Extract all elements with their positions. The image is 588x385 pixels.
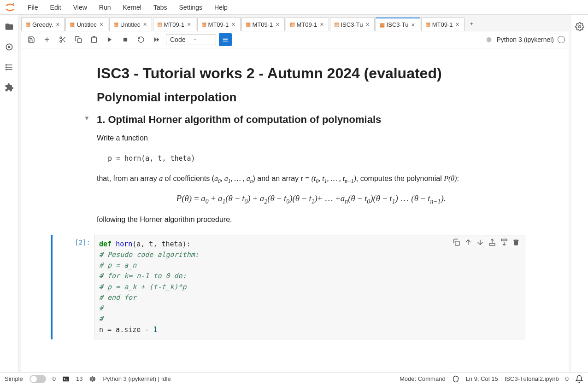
cell-type-select[interactable]: Code xyxy=(166,34,216,45)
status-count-0b[interactable]: 0 xyxy=(565,375,569,382)
insert-cell-button[interactable] xyxy=(41,33,53,46)
heading-3: 1. Optimal Horner algorithm of computati… xyxy=(97,114,525,126)
cell-type-label: Code xyxy=(170,36,185,43)
left-rail xyxy=(0,15,18,372)
svg-line-15 xyxy=(61,38,63,40)
duplicate-icon[interactable] xyxy=(452,238,460,246)
status-mode[interactable]: Mode: Command xyxy=(400,375,446,382)
status-filename[interactable]: ISC3-Tutorial2.ipynb xyxy=(505,375,559,382)
menu-kernel[interactable]: Kernel xyxy=(117,2,147,13)
restart-button[interactable] xyxy=(135,33,147,46)
close-icon[interactable]: × xyxy=(99,21,104,28)
svg-point-11 xyxy=(60,37,62,39)
restart-run-all-button[interactable] xyxy=(150,33,163,46)
cell-toolbar xyxy=(450,237,522,247)
trust-icon[interactable] xyxy=(452,375,459,383)
svg-rect-17 xyxy=(93,36,95,38)
inline-code-block: p = horn(a, t, theta) xyxy=(97,150,525,167)
close-icon[interactable]: × xyxy=(455,21,460,28)
tab-3[interactable]: ▦MT09-1× xyxy=(153,18,196,31)
tab-0[interactable]: ▦Greedy.× xyxy=(21,18,65,31)
menu-tabs[interactable]: Tabs xyxy=(148,2,173,13)
tab-7[interactable]: ▦ISC3-Tu× xyxy=(330,18,375,31)
collapse-caret-icon[interactable]: ▼ xyxy=(84,115,90,122)
menu-settings[interactable]: Settings xyxy=(174,2,208,13)
close-icon[interactable]: × xyxy=(186,21,192,28)
notebook-icon: ▦ xyxy=(425,21,430,28)
top-menubar: File Edit View Run Kernel Tabs Settings … xyxy=(0,0,588,15)
close-icon[interactable]: × xyxy=(275,21,280,28)
kernel-name[interactable]: Python 3 (ipykernel) xyxy=(496,36,554,43)
svg-point-8 xyxy=(6,69,6,70)
tab-2[interactable]: ▦Untitlec× xyxy=(109,18,152,31)
close-icon[interactable]: × xyxy=(411,22,416,28)
close-icon[interactable]: × xyxy=(142,21,147,28)
notebook-toolbar: Code Python 3 (ipykernel) xyxy=(21,31,569,48)
notebook-icon: ▦ xyxy=(290,21,295,28)
cpu-icon[interactable] xyxy=(89,375,96,383)
tab-9[interactable]: ▦MT09-1× xyxy=(421,18,465,31)
svg-point-0 xyxy=(12,3,14,4)
property-inspector-icon[interactable] xyxy=(575,22,584,31)
close-icon[interactable]: × xyxy=(230,21,236,28)
render-side-panel-button[interactable] xyxy=(219,33,232,46)
paragraph: that, from an array a of coefficients (a… xyxy=(97,173,525,186)
tab-5[interactable]: ▦MT09-1× xyxy=(241,18,285,31)
tab-6[interactable]: ▦MT09-1× xyxy=(286,18,329,31)
close-icon[interactable]: × xyxy=(365,21,370,28)
menu-edit[interactable]: Edit xyxy=(45,2,67,13)
paragraph: following the Horner algorithm procedure… xyxy=(97,214,525,226)
tab-label: Greedy. xyxy=(32,21,53,28)
tab-label: MT09-1 xyxy=(253,21,273,28)
status-count-0[interactable]: 0 xyxy=(53,375,56,382)
tab-label: MT09-1 xyxy=(164,21,185,28)
notebook-content[interactable]: ISC3 - Tutorial works 2 - Autumn 2024 (e… xyxy=(21,48,569,372)
status-kernel[interactable]: Python 3 (ipykernel) | Idle xyxy=(103,375,171,382)
move-down-icon[interactable] xyxy=(476,238,484,246)
tab-add-button[interactable]: + xyxy=(465,18,478,31)
status-count-13[interactable]: 13 xyxy=(76,375,82,382)
terminal-icon[interactable] xyxy=(62,375,70,383)
svg-rect-2 xyxy=(8,46,10,48)
paragraph: Write a function xyxy=(97,132,525,144)
insert-below-icon[interactable] xyxy=(500,238,508,246)
interrupt-button[interactable] xyxy=(119,33,132,46)
svg-marker-21 xyxy=(157,37,159,42)
cut-button[interactable] xyxy=(56,33,69,46)
tab-8[interactable]: ▦ISC3-Tu× xyxy=(376,18,420,31)
menu-run[interactable]: Run xyxy=(94,2,117,13)
svg-point-6 xyxy=(6,64,6,65)
status-ln-col[interactable]: Ln 9, Col 15 xyxy=(466,375,498,382)
notebook-icon: ▦ xyxy=(113,21,118,28)
tab-label: ISC3-Tu xyxy=(341,21,363,28)
folder-icon[interactable] xyxy=(5,22,14,31)
paste-button[interactable] xyxy=(88,33,100,46)
notebook-icon: ▦ xyxy=(157,21,162,28)
menu-help[interactable]: Help xyxy=(209,2,233,13)
tab-label: MT09-1 xyxy=(208,21,229,28)
debugger-icon[interactable] xyxy=(485,36,493,43)
cell-editor[interactable]: def horn(a, t, theta): # Pesudo code alg… xyxy=(94,235,525,339)
tab-4[interactable]: ▦MT09-1× xyxy=(197,18,241,31)
extensions-icon[interactable] xyxy=(5,83,14,92)
svg-rect-30 xyxy=(501,239,507,241)
close-icon[interactable]: × xyxy=(319,21,324,28)
svg-marker-20 xyxy=(154,37,157,42)
kernel-status-icon[interactable] xyxy=(558,36,565,43)
move-up-icon[interactable] xyxy=(464,238,472,246)
bell-icon[interactable] xyxy=(575,375,583,383)
close-icon[interactable]: × xyxy=(55,21,60,28)
save-button[interactable] xyxy=(25,33,38,46)
running-icon[interactable] xyxy=(5,42,14,52)
code-cell[interactable]: [2]: def horn(a, t, theta): # Pesudo cod… xyxy=(51,235,525,339)
simple-toggle[interactable] xyxy=(29,375,46,383)
tab-1[interactable]: ▦Untitlec× xyxy=(65,18,108,31)
insert-above-icon[interactable] xyxy=(488,238,496,246)
copy-button[interactable] xyxy=(72,33,85,46)
svg-point-32 xyxy=(579,26,581,28)
menu-view[interactable]: View xyxy=(68,2,93,13)
run-button[interactable] xyxy=(103,33,116,46)
delete-icon[interactable] xyxy=(512,238,520,246)
menu-file[interactable]: File xyxy=(22,2,44,13)
toc-icon[interactable] xyxy=(5,63,14,72)
